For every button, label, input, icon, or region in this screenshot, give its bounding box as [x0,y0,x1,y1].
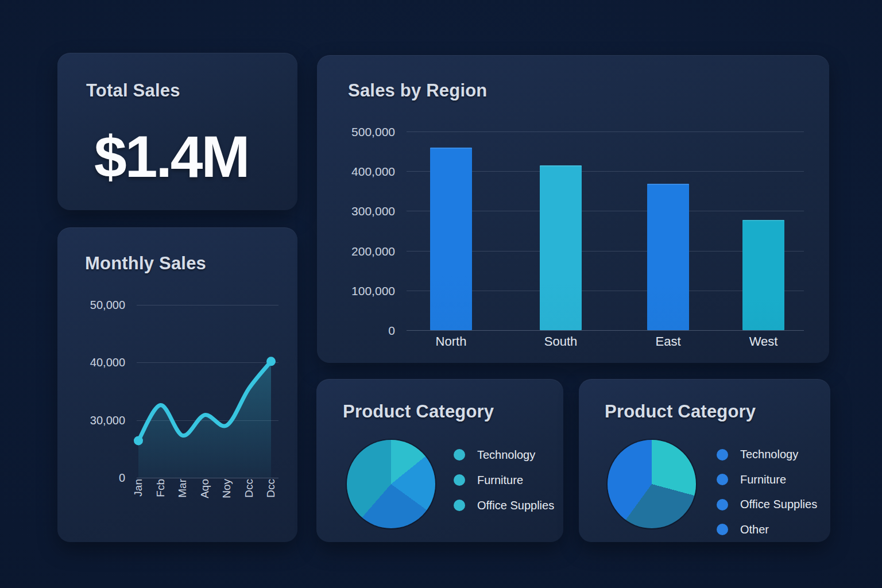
legend-dot-icon [454,500,465,511]
line-endpoint-marker [134,436,143,445]
total-sales-card: Total Sales $1.4M [57,53,297,210]
total-sales-value: $1.4M [94,127,249,186]
legend-dot-icon [717,524,728,535]
legend-item-label: Furniture [477,474,523,487]
legend-item-label: Office Supplies [477,499,554,512]
region-xtick-label: South [527,335,595,348]
legend-item-furniture: Furniture [454,467,554,493]
region-ytick-label: 500,000 [317,126,395,138]
legend-item-office-supplies: Office Supplies [717,492,817,517]
region-bar-west [742,220,784,330]
legend-dot-icon [717,499,728,510]
product-category-right-pie [608,440,696,528]
dashboard: { "cards": { "total_sales": { "title": "… [0,0,882,588]
legend-dot-icon [454,474,465,486]
region-ytick-label: 300,000 [317,205,395,217]
region-bar-east [647,184,689,330]
region-ytick-label: 0 [317,324,395,336]
legend-item-label: Furniture [740,473,786,486]
product-category-left-pie [347,440,435,528]
legend-item-technology: Technology [454,442,554,467]
product-category-right-title: Product Category [605,403,756,420]
legend-item-office-supplies: Office Supplies [454,493,554,518]
product-category-left-legend: TechnologyFurnitureOffice Supplies [454,442,554,518]
legend-item-label: Other [740,523,769,536]
region-gridline [407,330,804,331]
region-ytick-label: 200,000 [317,245,395,257]
legend-item-label: Office Supplies [740,498,817,511]
region-ytick-label: 400,000 [317,165,395,177]
legend-item-label: Technology [477,448,535,462]
region-bar-south [540,165,582,330]
region-bar-north [430,148,472,330]
product-category-card-left: Product Category TechnologyFurnitureOffi… [316,379,563,542]
legend-dot-icon [454,449,465,461]
region-xtick-label: East [634,335,703,348]
product-category-left-title: Product Category [343,403,494,420]
region-xtick-label: North [417,335,486,348]
legend-dot-icon [717,474,728,485]
legend-dot-icon [717,449,728,461]
product-category-card-right: Product Category TechnologyFurnitureOffi… [579,379,830,542]
sales-by-region-chart: 500,000400,000300,000200,000100,0000Nort… [317,55,829,363]
line-endpoint-marker [266,357,276,366]
legend-item-label: Technology [740,448,798,461]
legend-item-furniture: Furniture [717,467,817,493]
legend-item-technology: Technology [717,442,817,467]
monthly-sales-area-fill [138,361,271,478]
monthly-sales-line-plot [57,227,297,542]
region-ytick-label: 100,000 [317,285,395,297]
monthly-sales-card: Monthly Sales 50,00040,00030,0000JanFcbM… [57,227,297,542]
product-category-right-legend: TechnologyFurnitureOffice SuppliesOther [717,442,817,542]
sales-by-region-card: Sales by Region 500,000400,000300,000200… [317,55,829,363]
legend-item-other: Other [717,517,817,543]
total-sales-title: Total Sales [86,82,180,99]
region-xtick-label: West [729,335,798,348]
region-gridline [407,131,804,132]
